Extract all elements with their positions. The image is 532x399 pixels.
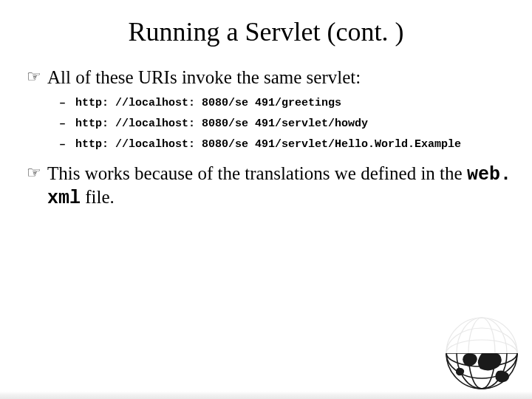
hand-icon: ☞ [27,66,47,87]
bullet-text: All of these URIs invoke the same servle… [47,66,361,89]
globe-icon [424,309,528,398]
text-pre: This works because of the translations w… [47,163,467,183]
uri-text: http: //localhost: 8080/se 491/greetings [75,96,341,111]
uri-item: – http: //localhost: 8080/se 491/servlet… [59,117,517,132]
dash-icon: – [59,137,75,152]
uri-item: – http: //localhost: 8080/se 491/servlet… [59,137,517,152]
dash-icon: – [59,117,75,132]
hand-icon: ☞ [27,163,47,183]
slide-body: ☞ All of these URIs invoke the same serv… [0,66,532,210]
uri-text: http: //localhost: 8080/se 491/servlet/H… [75,137,461,152]
slide: Running a Servlet (cont. ) ☞ All of thes… [0,0,532,399]
text-post: file. [81,187,115,207]
slide-title: Running a Servlet (cont. ) [0,0,532,56]
uri-text: http: //localhost: 8080/se 491/servlet/h… [75,117,368,132]
dash-icon: – [59,96,75,111]
bullet-item-1: ☞ All of these URIs invoke the same serv… [27,66,517,89]
bullet-text: This works because of the translations w… [47,163,517,210]
footer-gradient [0,392,532,399]
uri-item: – http: //localhost: 8080/se 491/greetin… [59,96,517,111]
bullet-item-2: ☞ This works because of the translations… [27,163,517,210]
